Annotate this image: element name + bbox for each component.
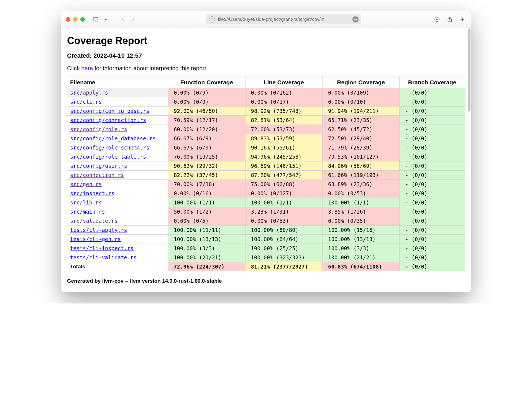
intro-here-link[interactable]: here [81,65,93,71]
table-row: src/config/user.rs 90.62% (29/32) 96.69%… [67,161,465,171]
region-cell: 3.85% (1/26) [322,207,399,216]
totals-region: 60.83% (674/1108) [322,262,399,271]
maximize-window-button[interactable] [80,17,85,22]
line-cell: 82.81% (53/64) [245,116,322,125]
file-link[interactable]: src/lib.rs [70,199,102,206]
region-cell: 61.66% (119/193) [322,171,399,180]
func-cell: 66.67% (6/9) [168,143,245,152]
file-link[interactable]: src/gen.rs [70,181,102,187]
branch-cell: - (0/0) [400,161,465,171]
file-cell: tests/cli-apply.rs [67,226,168,235]
browser-window: file:///Users/duyet/side-project/grant-r… [61,11,471,292]
intro-prefix: Click [67,65,81,71]
file-link[interactable]: src/connection.rs [70,172,124,178]
func-cell: 60.00% (12/20) [168,125,245,134]
line-cell: 100.00% (1/1) [245,198,322,207]
file-link[interactable]: src/validate.rs [70,218,118,224]
file-link[interactable]: src/config/role.rs [70,126,127,132]
back-button[interactable] [119,16,126,23]
file-cell: src/config/role_database.rs [67,134,168,143]
line-cell: 100.00% (64/64) [245,235,322,244]
col-function[interactable]: Function Coverage [168,77,245,88]
table-header-row: Filename Function Coverage Line Coverage… [67,77,465,88]
totals-func: 72.96% (224/307) [168,262,245,271]
intro-suffix: for information about interpreting this … [93,65,208,71]
downloads-icon[interactable] [433,16,441,23]
share-icon[interactable] [446,16,453,23]
scrollbar-thumb[interactable] [468,28,470,112]
file-link[interactable]: src/cli.rs [70,99,102,105]
minimize-window-button[interactable] [73,17,78,22]
file-link[interactable]: src/config/role_database.rs [70,135,156,141]
site-settings-icon [209,16,215,22]
line-cell: 0.00% (0/53) [245,216,322,226]
address-bar[interactable]: file:///Users/duyet/side-project/grant-r… [206,14,361,24]
svg-marker-2 [212,18,213,19]
totals-label: Totals [67,262,168,271]
file-cell: tests/cli-validate.rs [67,253,168,262]
file-cell: src/main.rs [67,207,168,216]
func-cell: 82.22% (37/45) [168,171,245,180]
file-link[interactable]: src/config/config_base.rs [70,108,149,114]
table-row: src/gen.rs 70.00% (7/10) 75.00% (66/88) … [67,180,465,189]
file-cell: src/config/role_schema.rs [67,143,168,152]
table-row: tests/cli-validate.rs100.00% (21/21)100.… [67,253,465,262]
func-cell: 100.00% (1/1) [168,198,245,207]
file-link[interactable]: src/apply.rs [70,90,108,96]
branch-cell: - (0/0) [400,244,465,253]
col-branch[interactable]: Branch Coverage [400,77,465,88]
func-cell: 76.00% (19/25) [168,152,245,161]
col-filename[interactable]: Filename [67,77,168,88]
new-tab-icon[interactable] [459,16,466,23]
more-icon[interactable]: ··· [352,16,359,22]
chevron-down-icon[interactable] [104,16,109,23]
sidebar-toggle-icon[interactable] [92,16,99,23]
line-cell: 3.23% (1/31) [245,207,322,216]
table-row: src/inspect.rs 0.00% (0/16) 0.00% (0/127… [67,189,465,198]
line-cell: 94.96% (245/258) [245,152,322,161]
file-cell: src/config/connection.rs [67,116,168,125]
branch-cell: - (0/0) [400,88,465,97]
file-link[interactable]: tests/cli-validate.rs [70,254,137,260]
file-link[interactable]: tests/cli-inspect.rs [70,245,134,251]
file-link[interactable]: src/inspect.rs [70,190,114,196]
func-cell: 0.00% (0/5) [168,216,245,226]
branch-cell: - (0/0) [400,152,465,161]
file-link[interactable]: src/config/connection.rs [70,117,146,123]
func-cell: 50.00% (1/2) [168,207,245,216]
line-cell: 100.00% (80/80) [245,226,322,235]
close-window-button[interactable] [66,17,70,22]
file-cell: src/inspect.rs [67,189,168,198]
page-title: Coverage Report [67,35,465,47]
file-link[interactable]: src/config/role_table.rs [70,154,146,160]
func-cell: 100.00% (11/11) [168,226,245,235]
table-row: src/apply.rs 0.00% (0/9) 0.00% (0/162) 0… [67,88,465,97]
region-cell: 100.00% (21/21) [322,253,399,262]
file-link[interactable]: src/main.rs [70,209,105,215]
file-link[interactable]: src/config/user.rs [70,163,127,169]
file-link[interactable]: tests/cli-apply.rs [70,227,127,233]
func-cell: 100.00% (21/21) [168,253,245,262]
line-cell: 100.00% (25/25) [245,244,322,253]
file-link[interactable]: src/config/role_schema.rs [70,145,149,151]
file-cell: src/config/user.rs [67,161,168,171]
browser-toolbar: file:///Users/duyet/side-project/grant-r… [61,11,471,28]
table-row: src/config/role_database.rs 66.67% (6/9)… [67,134,465,143]
col-region[interactable]: Region Coverage [322,77,399,88]
line-cell: 72.60% (53/73) [245,125,322,134]
file-cell: src/gen.rs [67,180,168,189]
func-cell: 90.62% (29/32) [168,161,245,171]
table-row: src/config/connection.rs 70.59% (12/17) … [67,116,465,125]
line-cell: 0.00% (0/127) [245,189,322,198]
file-link[interactable]: tests/cli-gen.rs [70,236,121,242]
file-cell: src/config/role.rs [67,125,168,134]
file-cell: src/cli.rs [67,97,168,107]
page-content: Coverage Report Created: 2022-04-10 12:5… [61,28,471,292]
func-cell: 0.00% (0/9) [168,97,245,107]
branch-cell: - (0/0) [400,216,465,226]
func-cell: 0.00% (0/9) [168,88,245,97]
forward-button[interactable] [130,16,137,23]
col-line[interactable]: Line Coverage [245,77,322,88]
file-cell: tests/cli-gen.rs [67,235,168,244]
branch-cell: - (0/0) [400,97,465,107]
